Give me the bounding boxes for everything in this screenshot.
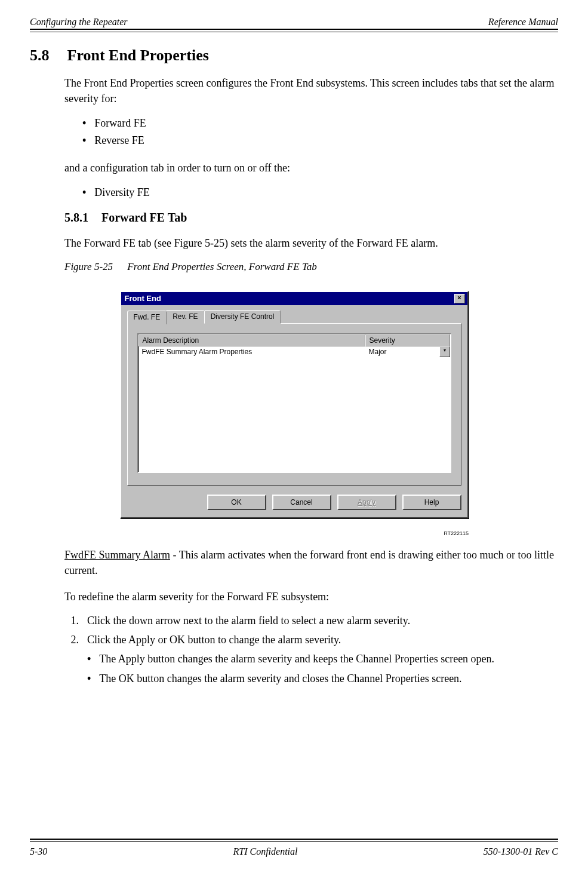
col-severity[interactable]: Severity xyxy=(365,334,450,346)
tab-strip: Fwd. FE Rev. FE Diversity FE Control xyxy=(127,310,461,324)
sub-bullet-list: • The Apply button changes the alarm sev… xyxy=(87,651,558,687)
subsection-heading: 5.8.1 Forward FE Tab xyxy=(64,211,558,225)
dialog-titlebar[interactable]: Front End × xyxy=(121,292,467,305)
step-text: Click the down arrow next to the alarm f… xyxy=(87,613,410,630)
note-text: The Apply button changes the alarm sever… xyxy=(99,651,494,667)
bullet-icon: • xyxy=(82,115,86,132)
tab-diversity-fe-control[interactable]: Diversity FE Control xyxy=(204,310,281,324)
section-title: Front End Properties xyxy=(67,47,209,65)
step-number: 1. xyxy=(67,613,79,630)
subsection-title: Forward FE Tab xyxy=(101,211,187,225)
footer-confidential: RTI Confidential xyxy=(233,846,298,857)
bullet-text: Diversity FE xyxy=(94,184,150,201)
tab-label: Diversity FE Control xyxy=(211,312,275,321)
help-button[interactable]: Help xyxy=(402,495,461,510)
step-text: Click the Apply or OK button to change t… xyxy=(87,632,341,649)
page-footer: 5-30 RTI Confidential 550-1300-01 Rev C xyxy=(30,841,558,857)
bullet-text: Reverse FE xyxy=(94,132,144,149)
bullet-icon: • xyxy=(87,671,91,687)
button-label: Help xyxy=(424,498,439,506)
dialog-window: Front End × Fwd. FE Rev. FE Diversity FE… xyxy=(120,291,469,518)
content-area: 5.8 Front End Properties The Front End P… xyxy=(30,30,558,841)
dropdown-button[interactable]: ▾ xyxy=(439,346,450,357)
screenshot-container: Front End × Fwd. FE Rev. FE Diversity FE… xyxy=(30,291,558,518)
alarm-term: FwdFE Summary Alarm xyxy=(64,549,170,561)
table-row[interactable]: FwdFE Summary Alarm Properties Major ▾ xyxy=(138,346,450,357)
bullet-list-1: • Forward FE • Reverse FE xyxy=(82,115,558,149)
close-icon: × xyxy=(457,294,461,301)
button-label: OK xyxy=(231,498,241,506)
page-header: Configuring the Repeater Reference Manua… xyxy=(30,17,558,30)
col-alarm-description[interactable]: Alarm Description xyxy=(138,334,365,346)
list-item: • The Apply button changes the alarm sev… xyxy=(87,651,558,667)
close-button[interactable]: × xyxy=(454,294,465,303)
header-left: Configuring the Repeater xyxy=(30,17,128,27)
alarm-description-cell: FwdFE Summary Alarm Properties xyxy=(138,346,365,357)
list-item: • Reverse FE xyxy=(82,132,558,149)
list-item: 1. Click the down arrow next to the alar… xyxy=(67,613,558,630)
bullet-text: Forward FE xyxy=(94,115,146,132)
figure-caption: Figure 5-25 Front End Properties Screen,… xyxy=(64,261,558,273)
cancel-button[interactable]: Cancel xyxy=(272,495,331,510)
list-item: • The OK button changes the alarm severi… xyxy=(87,671,558,687)
bullet-icon: • xyxy=(87,651,91,667)
list-item: 2. Click the Apply or OK button to chang… xyxy=(67,632,558,649)
section-heading: 5.8 Front End Properties xyxy=(30,47,558,65)
alarm-list[interactable]: Alarm Description Severity FwdFE Summary… xyxy=(137,333,451,473)
section-number: 5.8 xyxy=(30,47,50,65)
tab-label: Rev. FE xyxy=(173,312,198,321)
figure-caption-text: Front End Properties Screen, Forward FE … xyxy=(127,261,316,272)
footer-doc-rev: 550-1300-01 Rev C xyxy=(484,846,558,857)
intro2-paragraph: and a configuration tab in order to turn… xyxy=(64,160,558,176)
redefine-paragraph: To redefine the alarm severity for the F… xyxy=(64,589,558,604)
bullet-icon: • xyxy=(82,132,86,149)
tab-label: Fwd. FE xyxy=(134,313,161,321)
intro-paragraph: The Front End Properties screen configur… xyxy=(64,75,558,106)
button-label: Cancel xyxy=(290,498,312,506)
severity-value: Major xyxy=(369,348,387,356)
dialog-title: Front End xyxy=(125,294,161,303)
bullet-list-2: • Diversity FE xyxy=(82,184,558,201)
note-text: The OK button changes the alarm severity… xyxy=(99,671,461,687)
chevron-down-icon: ▾ xyxy=(444,348,446,353)
subsection-number: 5.8.1 xyxy=(64,211,88,225)
subsection-paragraph: The Forward FE tab (see Figure 5-25) set… xyxy=(64,235,558,251)
ok-button[interactable]: OK xyxy=(207,495,266,510)
footer-page-number: 5-30 xyxy=(30,846,47,857)
list-item: • Diversity FE xyxy=(82,184,558,201)
reference-id: RT222115 xyxy=(30,530,469,536)
step-number: 2. xyxy=(67,632,79,649)
alarm-description-paragraph: FwdFE Summary Alarm - This alarm activat… xyxy=(64,547,558,578)
dialog-body: Fwd. FE Rev. FE Diversity FE Control Ala… xyxy=(121,305,467,517)
header-right: Reference Manual xyxy=(488,17,558,27)
tab-fwd-fe[interactable]: Fwd. FE xyxy=(127,311,167,324)
bullet-icon: • xyxy=(82,184,86,201)
severity-dropdown[interactable]: Major ▾ xyxy=(365,346,450,357)
list-item: • Forward FE xyxy=(82,115,558,132)
button-label: Apply xyxy=(358,498,375,506)
list-header-row: Alarm Description Severity xyxy=(138,334,450,346)
apply-button[interactable]: Apply xyxy=(337,495,396,510)
tab-rev-fe[interactable]: Rev. FE xyxy=(166,310,204,324)
numbered-list: 1. Click the down arrow next to the alar… xyxy=(67,613,558,649)
tab-panel: Alarm Description Severity FwdFE Summary… xyxy=(127,323,461,486)
button-row: OK Cancel Apply Help xyxy=(127,495,461,510)
figure-label: Figure 5-25 xyxy=(64,261,113,272)
